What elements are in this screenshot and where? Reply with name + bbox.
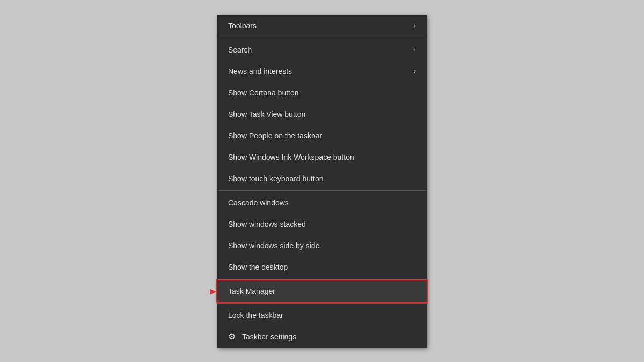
- context-menu: Toolbars›Search›News and interests›Show …: [217, 15, 427, 348]
- menu-item-label-show-task-view-button: Show Task View button: [228, 110, 305, 119]
- menu-item-label-cascade-windows: Cascade windows: [228, 198, 289, 207]
- chevron-right-icon: ›: [414, 68, 416, 75]
- menu-item-show-cortana-button[interactable]: Show Cortana button: [217, 82, 427, 104]
- menu-item-cascade-windows[interactable]: Cascade windows: [217, 192, 427, 213]
- menu-item-show-windows-side-by-side[interactable]: Show windows side by side: [217, 235, 427, 256]
- menu-item-label-toolbars: Toolbars: [228, 21, 257, 30]
- menu-item-show-the-desktop[interactable]: Show the desktop: [217, 256, 427, 278]
- menu-item-news-and-interests[interactable]: News and interests›: [217, 61, 427, 82]
- menu-item-lock-the-taskbar[interactable]: Lock the taskbar: [217, 305, 427, 326]
- menu-item-label-taskbar-settings: Taskbar settings: [242, 333, 296, 341]
- chevron-right-icon: ›: [414, 22, 416, 29]
- menu-item-label-show-windows-ink-workspace: Show Windows Ink Workspace button: [228, 153, 354, 161]
- menu-item-label-search: Search: [228, 46, 252, 54]
- menu-item-show-windows-stacked[interactable]: Show windows stacked: [217, 213, 427, 235]
- menu-item-label-lock-the-taskbar: Lock the taskbar: [228, 311, 283, 320]
- menu-item-show-touch-keyboard-button[interactable]: Show touch keyboard button: [217, 168, 427, 189]
- arrow-indicator: ▶: [210, 287, 216, 295]
- menu-item-label-task-manager: Task Manager: [228, 287, 275, 295]
- menu-separator: [217, 38, 427, 38]
- menu-item-label-show-windows-stacked: Show windows stacked: [228, 220, 306, 228]
- menu-item-label-show-touch-keyboard-button: Show touch keyboard button: [228, 174, 323, 183]
- menu-item-label-show-cortana-button: Show Cortana button: [228, 88, 299, 97]
- menu-item-taskbar-settings[interactable]: ⚙Taskbar settings: [217, 326, 427, 348]
- menu-separator: [217, 279, 427, 279]
- menu-separator: [217, 303, 427, 304]
- menu-item-label-show-windows-side-by-side: Show windows side by side: [228, 241, 319, 250]
- menu-item-label-show-the-desktop: Show the desktop: [228, 263, 288, 271]
- menu-separator: [217, 190, 427, 191]
- gear-icon: ⚙: [228, 331, 236, 342]
- menu-item-task-manager[interactable]: ▶Task Manager: [217, 280, 427, 302]
- menu-item-search[interactable]: Search›: [217, 39, 427, 61]
- chevron-right-icon: ›: [414, 46, 416, 54]
- menu-item-label-show-people-on-taskbar: Show People on the taskbar: [228, 131, 322, 140]
- menu-item-show-task-view-button[interactable]: Show Task View button: [217, 104, 427, 125]
- menu-item-show-windows-ink-workspace[interactable]: Show Windows Ink Workspace button: [217, 146, 427, 168]
- menu-item-toolbars[interactable]: Toolbars›: [217, 15, 427, 36]
- menu-item-label-news-and-interests: News and interests: [228, 67, 292, 76]
- menu-item-show-people-on-taskbar[interactable]: Show People on the taskbar: [217, 125, 427, 146]
